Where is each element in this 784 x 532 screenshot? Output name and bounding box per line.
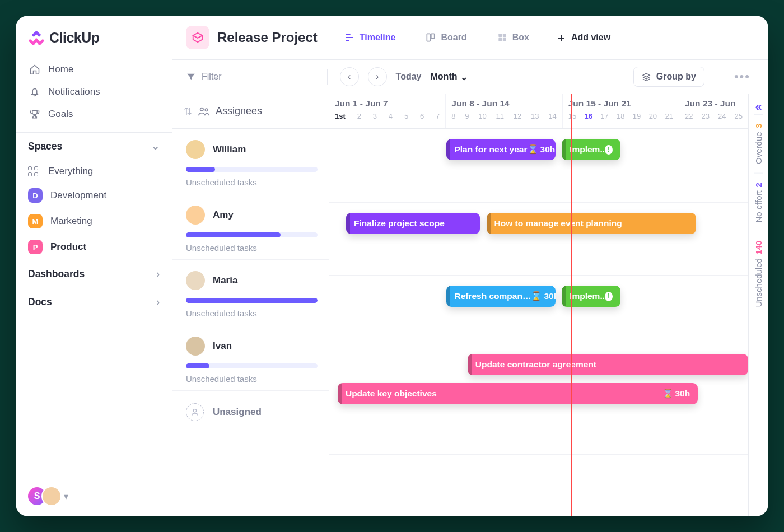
right-rail: « Overdue3 No effort2 Unscheduled140 xyxy=(748,94,768,516)
sidebar-item-development[interactable]: D Development xyxy=(16,183,172,208)
tab-timeline[interactable]: Timeline xyxy=(340,29,399,46)
nav-home[interactable]: Home xyxy=(21,58,166,81)
day-labels: 1st234567 xyxy=(335,112,440,120)
today-button[interactable]: Today xyxy=(396,72,422,82)
sidebar-item-everything[interactable]: Everything xyxy=(16,160,172,183)
collapse-button[interactable]: « xyxy=(755,100,762,114)
week-range: Jun 1 - Jun 7 xyxy=(335,99,440,109)
filter-button[interactable]: Filter xyxy=(186,72,222,82)
nav-goals[interactable]: Goals xyxy=(21,103,166,125)
unscheduled-label[interactable]: Unscheduled tasks xyxy=(186,178,318,187)
task-title: Implem.. xyxy=(570,291,605,301)
svg-rect-3 xyxy=(502,34,506,37)
rail-unscheduled[interactable]: Unscheduled140 xyxy=(754,232,763,316)
separator xyxy=(717,69,717,85)
spaces-header[interactable]: Spaces ⌄ xyxy=(16,132,172,160)
sidebar-item-marketing[interactable]: M Marketing xyxy=(16,208,172,234)
task-hours: ⌛30h xyxy=(528,144,556,155)
add-view-button[interactable]: ＋ Add view xyxy=(556,30,610,45)
capacity-fill xyxy=(186,232,281,237)
task-title: Finalize project scope xyxy=(354,218,445,228)
task-bar[interactable]: Refresh compan… ⌛30h xyxy=(446,286,555,307)
more-button[interactable]: ••• xyxy=(730,69,755,84)
task-bar[interactable]: Implem.. ! xyxy=(562,139,620,160)
bell-icon xyxy=(29,86,40,97)
unscheduled-label[interactable]: Unscheduled tasks xyxy=(186,243,318,253)
assignees-header[interactable]: ⇅ Assignees xyxy=(172,94,329,129)
lane: Refresh compan… ⌛30h Implem.. ! xyxy=(329,276,748,347)
range-selector[interactable]: Month ⌄ xyxy=(431,72,468,82)
day-labels: 22232425 xyxy=(685,112,743,120)
avatar xyxy=(41,486,62,506)
week-column: Jun 8 - Jun 14 891011121314 xyxy=(446,94,562,128)
grid-icon xyxy=(28,166,40,176)
app-window: ClickUp Home Notifications Goals Spaces … xyxy=(16,16,768,516)
prev-button[interactable]: ‹ xyxy=(340,67,359,86)
space-badge: D xyxy=(28,188,43,203)
capacity-bar xyxy=(186,363,318,368)
rail-overdue[interactable]: Overdue3 xyxy=(754,114,763,173)
space-label: Product xyxy=(50,241,86,253)
avatar xyxy=(186,271,205,290)
week-range: Jun 23 - Jun xyxy=(685,99,743,109)
task-bar[interactable]: How to manage event planning xyxy=(487,213,696,234)
week-column: Jun 23 - Jun 22232425 xyxy=(679,94,748,128)
sort-icon: ⇅ xyxy=(184,105,192,118)
clickup-logo-icon xyxy=(28,29,45,46)
task-bar[interactable]: Update key objectives ⌛30h xyxy=(338,383,698,404)
task-bar[interactable]: Update contractor agreement xyxy=(468,354,748,375)
unscheduled-label[interactable]: Unscheduled tasks xyxy=(186,374,318,384)
assignee-row[interactable]: Amy Unscheduled tasks xyxy=(172,194,329,260)
next-button[interactable]: › xyxy=(368,67,387,86)
group-by-button[interactable]: Group by xyxy=(633,67,704,87)
box-icon xyxy=(497,32,508,43)
folder-title: Release Project xyxy=(217,30,318,45)
tab-label: Board xyxy=(441,32,466,43)
docs-section[interactable]: Docs › xyxy=(16,288,172,316)
svg-point-6 xyxy=(200,108,204,111)
task-bar[interactable]: Plan for next year ⌛30h xyxy=(446,139,555,160)
timeline-grid[interactable]: Jun 1 - Jun 7 1st234567 Jun 8 - Jun 14 8… xyxy=(329,94,748,516)
capacity-bar xyxy=(186,232,318,237)
people-icon xyxy=(198,105,210,118)
task-title: Update contractor agreement xyxy=(475,360,596,370)
sidebar-item-product[interactable]: P Product xyxy=(16,234,172,260)
profile-switcher[interactable]: S ▾ xyxy=(16,476,172,516)
tab-box[interactable]: Box xyxy=(493,29,533,46)
assignees-column: ⇅ Assignees William Unscheduled tasks Am… xyxy=(172,94,329,516)
assignee-row[interactable]: Maria Unscheduled tasks xyxy=(172,260,329,325)
assignee-name: Ivan xyxy=(213,340,232,352)
assignee-name: William xyxy=(213,144,246,155)
week-range: Jun 15 - Jun 21 xyxy=(568,99,673,109)
task-title: Refresh compan… xyxy=(454,291,531,301)
task-bar[interactable]: Finalize project scope xyxy=(346,213,480,234)
task-bar[interactable]: Implem.. ! xyxy=(562,286,620,307)
nav-notifications[interactable]: Notifications xyxy=(21,81,166,103)
main: Release Project Timeline Board Box ＋ Add… xyxy=(172,16,768,516)
range-label: Month xyxy=(431,72,458,82)
brand[interactable]: ClickUp xyxy=(16,16,172,56)
rail-no-effort[interactable]: No effort2 xyxy=(754,173,763,232)
assignee-row[interactable]: William Unscheduled tasks xyxy=(172,129,329,194)
nav-label: Goals xyxy=(48,109,73,120)
assignee-row-unassigned[interactable]: Unasigned xyxy=(172,391,329,433)
home-icon xyxy=(29,64,40,75)
capacity-bar xyxy=(186,298,318,303)
group-by-label: Group by xyxy=(656,72,696,82)
section-title: Spaces xyxy=(28,141,62,152)
chevron-left-icon: ‹ xyxy=(348,72,351,82)
tab-board[interactable]: Board xyxy=(422,29,470,46)
separator xyxy=(329,30,329,45)
svg-point-7 xyxy=(205,108,208,111)
caret-down-icon: ▾ xyxy=(64,491,68,502)
timeline-toolbar: Filter ‹ › Today Month ⌄ Group by ••• xyxy=(172,60,768,94)
assignee-row[interactable]: Ivan Unscheduled tasks xyxy=(172,325,329,391)
chevron-down-icon: ⌄ xyxy=(151,141,160,152)
primary-nav: Home Notifications Goals xyxy=(16,56,172,132)
add-view-label: Add view xyxy=(571,32,610,43)
dashboards-section[interactable]: Dashboards › xyxy=(16,260,172,288)
assignee-name: Maria xyxy=(213,275,237,286)
unscheduled-label[interactable]: Unscheduled tasks xyxy=(186,309,318,318)
layers-icon xyxy=(642,72,651,81)
plus-icon: ＋ xyxy=(556,30,567,45)
